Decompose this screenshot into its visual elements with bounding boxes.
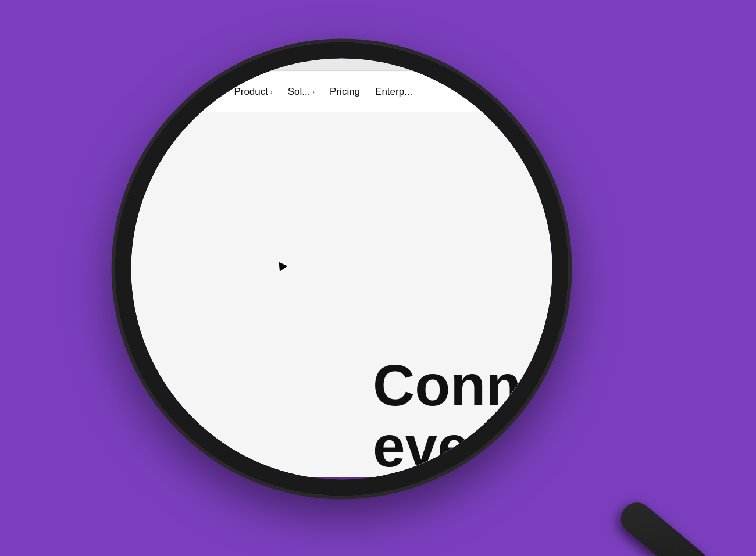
nav-solutions[interactable]: Sol... ›	[282, 83, 320, 101]
solutions-chevron-icon: ›	[312, 88, 315, 95]
hero-line2: everythin	[373, 416, 552, 477]
sidebar-dropdown-icon[interactable]: ▾	[177, 58, 180, 59]
browser-window: ▾ ‹ › See	[131, 58, 552, 477]
hero-line1: Connect	[373, 355, 552, 416]
airtable-logo-icon	[131, 81, 145, 103]
back-arrow-icon[interactable]: ‹	[189, 58, 192, 62]
site-nav-links: Product › Sol... › Pricing Ent	[228, 83, 418, 101]
nav-product[interactable]: Product ›	[228, 83, 278, 101]
forward-arrow-icon[interactable]: ›	[196, 58, 199, 62]
site-main: Connect everythin	[131, 113, 552, 477]
nav-pricing[interactable]: Pricing	[324, 83, 366, 101]
hero-text: Connect everythin	[373, 355, 552, 477]
magnifier-handle	[615, 496, 715, 556]
browser-controls: ▾ ‹ ›	[156, 58, 199, 62]
nav-enterprise[interactable]: Enterp...	[369, 83, 418, 101]
sidebar-toggle-icon[interactable]	[156, 58, 172, 62]
nav-arrows: ‹ ›	[189, 58, 199, 62]
browser-content: Airtable Product › Sol... ›	[131, 71, 552, 477]
solutions-label: Sol...	[288, 86, 311, 98]
airtable-name: Airtable	[151, 83, 205, 101]
maximize-button[interactable]	[131, 58, 140, 60]
magnifier-inner: ▾ ‹ › See	[131, 58, 552, 479]
enterprise-label: Enterp...	[375, 86, 412, 98]
airtable-logo[interactable]: Airtable	[131, 81, 205, 103]
site-navbar: Airtable Product › Sol... ›	[131, 71, 552, 113]
mouse-cursor	[275, 259, 287, 272]
scene: ▾ ‹ › See	[0, 0, 756, 556]
browser-titlebar: ▾ ‹ › See	[131, 58, 552, 71]
traffic-lights	[131, 58, 140, 60]
magnifying-glass: ▾ ‹ › See	[115, 42, 569, 496]
product-chevron-icon: ›	[270, 88, 273, 95]
